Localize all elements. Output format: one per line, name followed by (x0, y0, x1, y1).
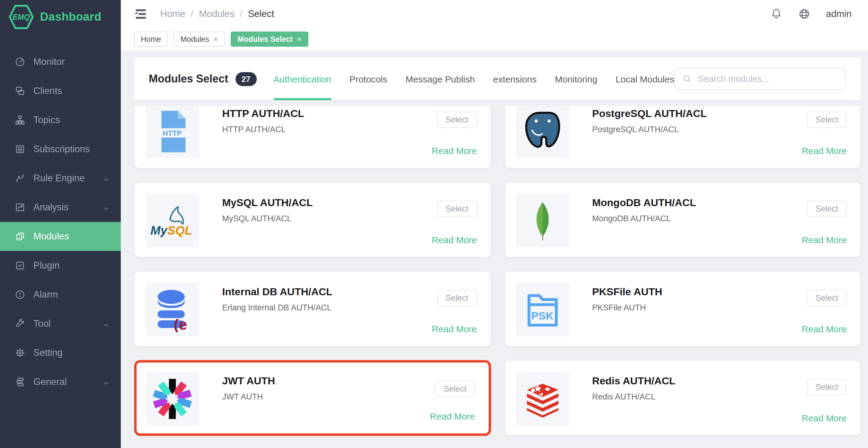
tab-monitoring[interactable]: Monitoring (555, 58, 597, 100)
search-input[interactable] (697, 73, 838, 84)
module-card-redis: Redis AUTH/ACL Redis AUTH/ACL Select Rea… (504, 360, 861, 436)
module-card-list: HTTP HTTP AUTH/ACL HTTP AUTH/ACL Select … (134, 106, 861, 448)
search-icon (682, 74, 692, 84)
clients-icon (14, 85, 26, 96)
module-card-mysql: MySQL MySQL AUTH/ACL MySQL AUTH/ACL Sele… (134, 182, 491, 257)
top-bar: Home / Modules / Select admin (121, 0, 868, 27)
tab-authentication[interactable]: Authentication (274, 58, 331, 100)
collapse-menu-icon[interactable] (133, 8, 147, 19)
mongodb-leaf-icon (516, 194, 569, 247)
select-button[interactable]: Select (807, 201, 847, 217)
sidebar-item-label: Rule Engine (33, 173, 102, 184)
module-tabs: Authentication Protocols Message Publish… (274, 58, 674, 100)
select-button[interactable]: Select (807, 111, 847, 128)
tag-modules[interactable]: Modules × (174, 32, 225, 47)
chevron-down-icon (102, 204, 110, 211)
sidebar-item-alarm[interactable]: Alarm (0, 280, 121, 309)
select-button[interactable]: Select (437, 290, 477, 306)
sidebar-item-label: Subscriptions (33, 144, 110, 154)
tag-label: Modules (181, 35, 209, 43)
alarm-icon (14, 289, 26, 300)
sidebar-item-general[interactable]: General (0, 367, 121, 397)
sidebar-item-label: Setting (33, 347, 110, 358)
sidebar-item-subscriptions[interactable]: Subscriptions (0, 135, 121, 164)
module-card-postgresql: PostgreSQL AUTH/ACL PostgreSQL AUTH/ACL … (504, 106, 861, 169)
close-icon[interactable]: × (297, 35, 301, 43)
close-icon[interactable]: × (213, 35, 218, 43)
select-button[interactable]: Select (437, 111, 477, 128)
modules-icon (14, 231, 26, 242)
sidebar-item-analysis[interactable]: Analysis (0, 193, 121, 222)
topbar-actions: admin (770, 8, 851, 20)
read-more-link[interactable]: Read More (802, 145, 847, 156)
rule-engine-icon (14, 173, 26, 184)
tag-modules-select[interactable]: Modules Select × (231, 32, 308, 47)
tag-bar: Home Modules × Modules Select × (121, 27, 868, 51)
svg-text:EMQ: EMQ (12, 13, 30, 21)
sidebar-item-label: Clients (33, 85, 110, 96)
breadcrumb-modules[interactable]: Modules (199, 8, 234, 19)
select-button[interactable]: Select (437, 201, 477, 217)
read-more-link[interactable]: Read More (432, 324, 477, 334)
gear-icon (14, 347, 26, 358)
read-more-link[interactable]: Read More (432, 235, 477, 245)
sidebar-item-label: Alarm (33, 289, 110, 300)
chevron-down-icon (102, 320, 110, 328)
tool-icon (14, 318, 26, 329)
sidebar-nav: Monitor Clients Topics Subscriptions Rul… (0, 34, 121, 397)
module-card-mongodb: MongoDB AUTH/ACL MongoDB AUTH/ACL Select… (504, 182, 861, 257)
tag-label: Home (141, 35, 161, 43)
sidebar-item-monitor[interactable]: Monitor (0, 47, 121, 76)
sidebar: EMQ Dashboard Monitor Clients Topics Sub… (0, 0, 121, 448)
breadcrumb-home[interactable]: Home (160, 8, 185, 19)
select-button[interactable]: Select (435, 381, 475, 397)
emq-logo-icon: EMQ (8, 4, 34, 30)
breadcrumb-separator: / (191, 8, 194, 19)
select-button[interactable]: Select (807, 290, 847, 306)
mysql-icon: MySQL (146, 194, 199, 247)
sidebar-item-plugin[interactable]: Plugin (0, 251, 121, 280)
tab-extensions[interactable]: extensions (493, 58, 536, 100)
bell-icon[interactable] (770, 8, 782, 20)
svg-text:PSK: PSK (531, 309, 554, 321)
sidebar-item-label: Topics (33, 114, 110, 126)
topics-tree-icon (14, 114, 26, 126)
select-button[interactable]: Select (807, 379, 847, 395)
sidebar-item-clients[interactable]: Clients (0, 76, 121, 105)
internal-db-icon: (e (146, 282, 199, 337)
general-stack-icon (14, 376, 26, 387)
page-title: Modules Select (149, 72, 228, 85)
product-name: Dashboard (40, 10, 101, 24)
sidebar-item-topics[interactable]: Topics (0, 105, 121, 135)
sidebar-item-label: Analysis (33, 202, 102, 213)
user-menu[interactable]: admin (826, 8, 851, 19)
sidebar-item-rule-engine[interactable]: Rule Engine (0, 164, 121, 193)
read-more-link[interactable]: Read More (430, 411, 475, 421)
read-more-link[interactable]: Read More (802, 235, 847, 245)
sidebar-item-setting[interactable]: Setting (0, 338, 121, 367)
sidebar-item-label: Tool (33, 318, 102, 329)
logo: EMQ Dashboard (0, 0, 121, 34)
tag-home[interactable]: Home (134, 32, 168, 47)
breadcrumb: Home / Modules / Select (160, 8, 274, 19)
module-card-internal-db: (e Internal DB AUTH/ACL Erlang Internal … (134, 271, 491, 347)
analysis-icon (14, 202, 26, 213)
sidebar-item-label: General (33, 376, 102, 387)
svg-text:(e: (e (174, 315, 187, 332)
tab-message-publish[interactable]: Message Publish (405, 58, 475, 100)
sidebar-item-modules[interactable]: Modules (0, 222, 121, 251)
main-area: Home / Modules / Select admin Home (121, 0, 868, 448)
psk-folder-icon: PSK (516, 282, 569, 337)
globe-icon[interactable] (798, 8, 810, 20)
modules-count-badge: 27 (236, 72, 256, 86)
sidebar-item-tool[interactable]: Tool (0, 309, 121, 338)
jwt-pinwheel-icon (146, 372, 199, 425)
module-card-pksfile: PSK PKSFile AUTH PKSFile AUTH Select Rea… (504, 271, 861, 347)
plugin-icon (14, 260, 26, 271)
read-more-link[interactable]: Read More (432, 145, 477, 156)
tab-protocols[interactable]: Protocols (349, 58, 387, 100)
read-more-link[interactable]: Read More (802, 324, 847, 334)
read-more-link[interactable]: Read More (802, 413, 847, 423)
tab-local-modules[interactable]: Local Modules (616, 58, 674, 100)
redis-icon (516, 372, 569, 425)
